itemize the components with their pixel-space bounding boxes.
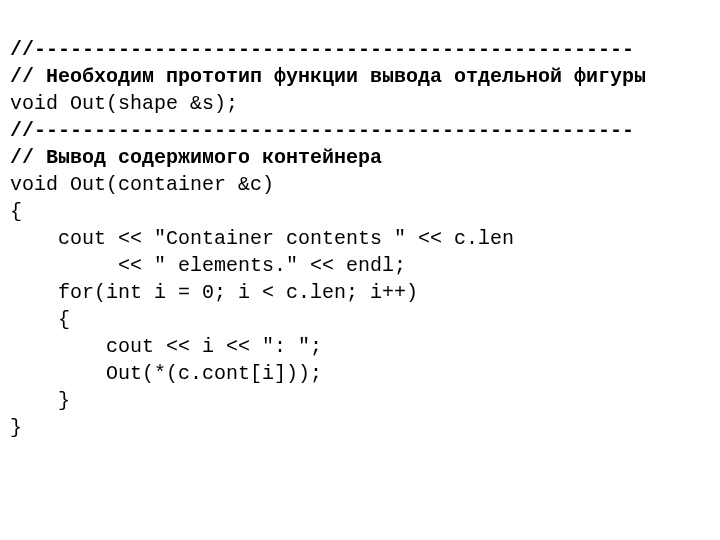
code-line: //--------------------------------------… (10, 117, 710, 144)
code-line: for(int i = 0; i < c.len; i++) (10, 279, 710, 306)
code-line: void Out(shape &s); (10, 90, 710, 117)
code-line: cout << i << ": "; (10, 333, 710, 360)
code-line: } (10, 387, 710, 414)
code-block: //--------------------------------------… (0, 0, 720, 451)
code-line: { (10, 306, 710, 333)
code-line: { (10, 198, 710, 225)
code-line: Out(*(c.cont[i])); (10, 360, 710, 387)
code-line: // Необходим прототип функции вывода отд… (10, 63, 710, 90)
code-line: // Вывод содержимого контейнера (10, 144, 710, 171)
code-line: << " elements." << endl; (10, 252, 710, 279)
code-line: } (10, 414, 710, 441)
code-line: cout << "Container contents " << c.len (10, 225, 710, 252)
code-line: void Out(container &c) (10, 171, 710, 198)
code-line: //--------------------------------------… (10, 36, 710, 63)
